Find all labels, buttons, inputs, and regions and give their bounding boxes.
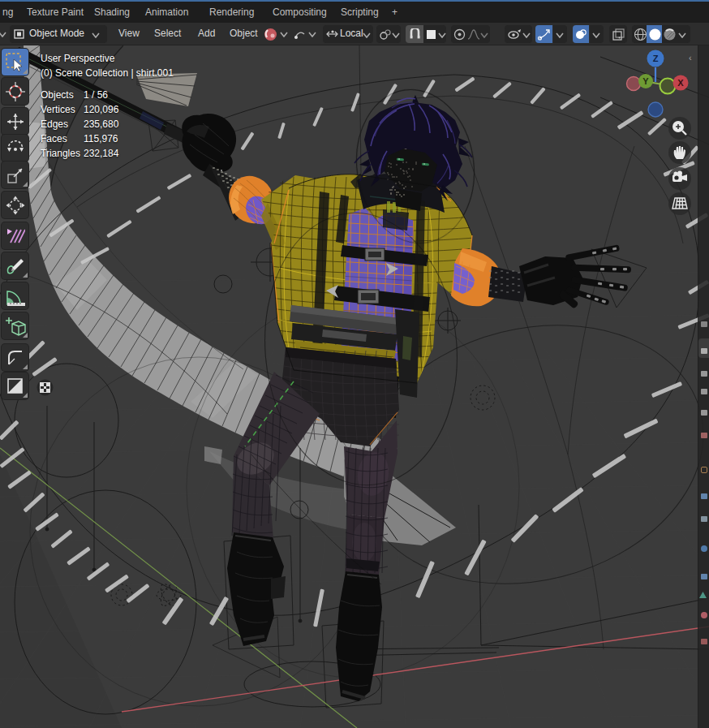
svg-text:X: X: [677, 78, 684, 88]
svg-text:Z: Z: [653, 54, 659, 63]
svg-text:Y: Y: [642, 76, 649, 86]
